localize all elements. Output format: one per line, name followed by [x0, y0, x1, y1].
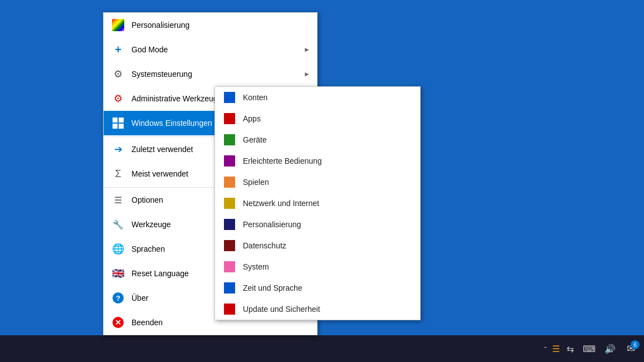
monitor-icon[interactable]: ⌨ [580, 341, 598, 356]
submenu-label-netzwerk-internet: Netzwerk und Internet [243, 199, 319, 208]
rainbow-icon [110, 17, 126, 33]
submenu-label-personalisierung: Personalisierung [243, 220, 301, 229]
question-icon: ? [110, 290, 126, 306]
submenu-item-update-sicherheit[interactable]: Update und Sicherheit [215, 299, 420, 320]
notification-button[interactable]: ✉ 6 [622, 340, 640, 357]
taskbar-right: ⌃ ☰ ⇆ ⌨ 🔊 ✉ 6 [543, 340, 640, 357]
windows-einstellungen-submenu: Konten Apps Geräte Erleichterte Bedienun… [214, 86, 421, 320]
submenu-item-netzwerk-internet[interactable]: Netzwerk und Internet [215, 193, 420, 214]
menu-item-personalisierung[interactable]: Personalisierung [104, 13, 317, 37]
submenu-item-system[interactable]: System [215, 256, 420, 277]
arrow-right-icon: ➔ [110, 141, 126, 157]
datenschutz-color-box [224, 240, 235, 251]
submenu-label-spielen: Spielen [243, 178, 269, 187]
menu-item-god-mode[interactable]: + God Mode ► [104, 37, 317, 62]
submenu-label-zeit-sprache: Zeit und Sprache [243, 283, 303, 292]
submenu-item-personalisierung[interactable]: Personalisierung [215, 214, 420, 235]
submenu-item-datenschutz[interactable]: Datenschutz [215, 235, 420, 256]
volume-icon[interactable]: 🔊 [602, 341, 618, 356]
erleichterte-color-box [224, 155, 235, 167]
submenu-item-zeit-sprache[interactable]: Zeit und Sprache [215, 277, 420, 299]
submenu-label-datenschutz: Datenschutz [243, 241, 286, 250]
submenu-label-update-sicherheit: Update und Sicherheit [243, 305, 320, 314]
wrench-icon: 🔧 [110, 217, 126, 232]
konten-color-box [224, 92, 235, 103]
submenu-arrow: ► [304, 46, 310, 53]
menu-label-systemsteuerung: Systemsteuerung [131, 70, 304, 79]
submenu-item-apps[interactable]: Apps [215, 108, 420, 129]
submenu-arrow: ► [304, 70, 310, 78]
globe-icon: 🌐 [110, 241, 126, 257]
update-color-box [224, 304, 235, 315]
taskbar: ⌃ ☰ ⇆ ⌨ 🔊 ✉ 6 [0, 335, 644, 362]
submenu-item-erleichterte-bedienung[interactable]: Erleichterte Bedienung [215, 150, 420, 172]
close-icon: ✕ [110, 315, 126, 330]
submenu-label-system: System [243, 262, 269, 271]
gear-red-icon: ⚙ [110, 91, 126, 106]
flag-icon: 🇬🇧 [110, 266, 126, 281]
menu-label-personalisierung: Personalisierung [131, 21, 310, 30]
zeit-color-box [224, 282, 235, 293]
submenu-label-geraete: Geräte [243, 135, 267, 144]
gear-icon: ⚙ [110, 66, 126, 82]
notification-badge: 6 [631, 340, 640, 349]
lines-icon: ☰ [110, 192, 126, 208]
plus-icon: + [110, 42, 126, 57]
submenu-label-erleichterte-bedienung: Erleichterte Bedienung [243, 156, 322, 165]
submenu-label-apps: Apps [243, 114, 261, 123]
windows-logo-icon [110, 115, 126, 131]
netzwerk-color-box [224, 198, 235, 209]
submenu-item-spielen[interactable]: Spielen [215, 172, 420, 193]
submenu-label-konten: Konten [243, 93, 267, 102]
display-switch-icon[interactable]: ⇆ [564, 341, 576, 356]
apps-color-box [224, 113, 235, 124]
taskbar-chevron-icon[interactable]: ⌃ [543, 346, 548, 352]
spielen-color-box [224, 177, 235, 188]
menu-item-systemsteuerung[interactable]: ⚙ Systemsteuerung ► [104, 62, 317, 86]
taskbar-bars-icon[interactable]: ☰ [552, 344, 560, 354]
menu-label-god-mode: God Mode [131, 45, 304, 54]
sigma-icon: Σ [110, 166, 126, 182]
personalisierung-color-box [224, 219, 235, 230]
submenu-item-geraete[interactable]: Geräte [215, 129, 420, 150]
submenu-item-konten[interactable]: Konten [215, 87, 420, 108]
system-color-box [224, 261, 235, 272]
geraete-color-box [224, 134, 235, 145]
